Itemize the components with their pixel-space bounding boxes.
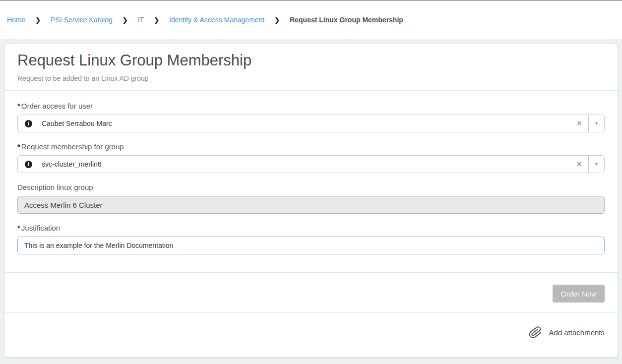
field-label-text: Justification [21, 224, 60, 232]
chevron-right-icon: ❯ [274, 16, 280, 24]
order-now-button[interactable]: Order Now [553, 285, 605, 303]
form-body: *Order access for user i Caubet Serrabou… [4, 91, 618, 272]
add-attachments-label: Add attachments [549, 328, 605, 337]
description-readonly-field [17, 196, 605, 214]
user-reference-combobox[interactable]: i Caubet Serrabou Marc × ▼ [17, 115, 605, 132]
field-label-text: Request membership for group [21, 142, 124, 151]
justification-input[interactable] [17, 237, 605, 254]
chevron-right-icon: ❯ [154, 16, 159, 24]
required-marker: * [17, 224, 20, 232]
field-label-text: Description linux group [17, 183, 93, 191]
chevron-down-icon[interactable]: ▼ [588, 115, 604, 132]
required-marker: * [17, 142, 20, 151]
chevron-down-icon[interactable]: ▼ [588, 156, 604, 173]
field-label: *Justification [17, 224, 605, 232]
group-reference-combobox[interactable]: i svc-cluster_merlin6 × ▼ [17, 155, 605, 173]
field-label: Description linux group [17, 183, 605, 191]
breadcrumb-bar: Home ❯ PSI Service Katalog ❯ IT ❯ Identi… [0, 1, 622, 39]
required-marker: * [17, 102, 20, 110]
breadcrumb-item-psi-service-katalog[interactable]: PSI Service Katalog [51, 16, 113, 24]
info-icon[interactable]: i [25, 120, 32, 127]
clear-icon[interactable]: × [570, 115, 588, 132]
breadcrumb-item-identity-access-management[interactable]: Identity & Access Management [169, 16, 264, 24]
info-icon[interactable]: i [25, 161, 32, 168]
field-description-linux-group: Description linux group [17, 183, 605, 214]
catalog-item-card: Request Linux Group Membership Request t… [4, 44, 618, 358]
actions-row: Order Now [4, 273, 618, 312]
chevron-right-icon: ❯ [35, 16, 41, 24]
field-label-text: Order access for user [21, 102, 93, 110]
page-subtitle: Request to be added to an Linux AD group [17, 74, 605, 82]
selected-user-value: Caubet Serrabou Marc [42, 120, 570, 127]
breadcrumb-item-home[interactable]: Home [7, 16, 25, 24]
card-header: Request Linux Group Membership Request t… [4, 44, 618, 90]
field-order-access-for-user: *Order access for user i Caubet Serrabou… [17, 102, 605, 132]
breadcrumb-item-it[interactable]: IT [138, 16, 144, 24]
breadcrumb-current-page: Request Linux Group Membership [290, 16, 403, 24]
attachments-row: Add attachments [4, 313, 618, 357]
chevron-right-icon: ❯ [123, 16, 128, 24]
breadcrumb: Home ❯ PSI Service Katalog ❯ IT ❯ Identi… [7, 16, 403, 24]
add-attachments-button[interactable]: Add attachments [529, 326, 605, 339]
field-request-membership-for-group: *Request membership for group i svc-clus… [17, 142, 605, 173]
selected-group-value: svc-cluster_merlin6 [42, 160, 570, 168]
page-title: Request Linux Group Membership [17, 51, 605, 70]
paperclip-icon [528, 325, 543, 340]
field-label: *Request membership for group [17, 142, 605, 151]
field-label: *Order access for user [17, 102, 605, 110]
field-justification: *Justification [17, 224, 605, 254]
clear-icon[interactable]: × [570, 156, 588, 173]
